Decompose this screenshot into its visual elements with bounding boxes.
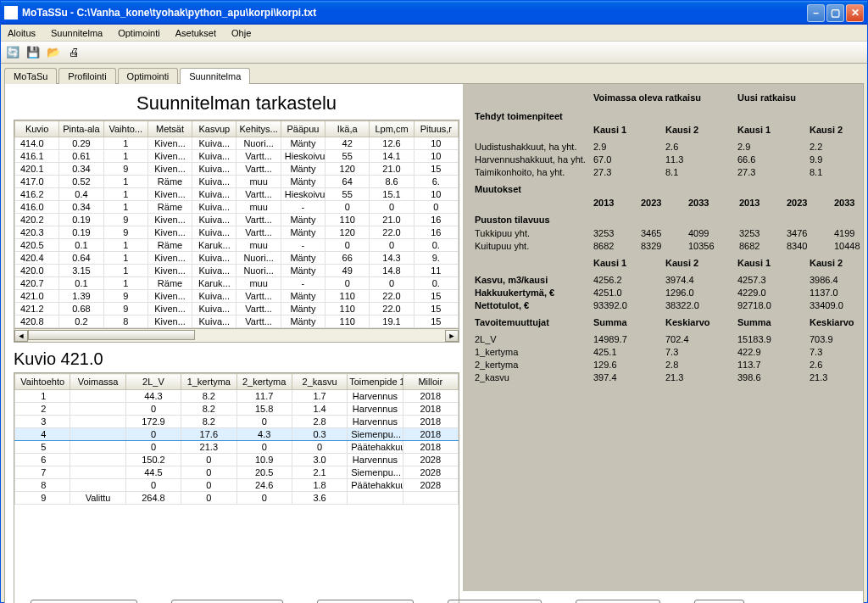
table-row[interactable]: 421.01.399Kiven...Kuiva...Vartt...Mänty1… bbox=[15, 290, 459, 303]
menu-asetukset[interactable]: Asetukset bbox=[172, 26, 220, 40]
toolbar-open-icon[interactable]: 📂 bbox=[45, 44, 62, 61]
col-uusi-title: Uusi ratkaisu bbox=[737, 92, 854, 103]
col-header[interactable]: Lpm,cm bbox=[370, 121, 414, 137]
col-header[interactable]: Metsät bbox=[147, 121, 192, 137]
tab-suunnitelma[interactable]: Suunnitelma bbox=[180, 68, 250, 84]
col-header[interactable]: Toimenpide 1 bbox=[348, 374, 403, 390]
col-header[interactable]: Vaihto... bbox=[103, 121, 147, 137]
maximize-button[interactable]: ▢ bbox=[826, 4, 844, 22]
col-header[interactable]: 1_kertyma bbox=[181, 374, 236, 390]
kuvio-grid[interactable]: KuvioPinta-alaVaihto...MetsätKasvupKehit… bbox=[14, 120, 459, 343]
col-header[interactable]: Kuvio bbox=[15, 121, 59, 137]
table-row[interactable]: 420.80.28Kiven...Kuiva...Vartt...Mänty11… bbox=[15, 315, 459, 328]
table-row[interactable]: 421.20.689Kiven...Kuiva...Vartt...Mänty1… bbox=[15, 303, 459, 315]
col-header[interactable]: 2_kertyma bbox=[236, 374, 292, 390]
col-header[interactable]: Milloir bbox=[403, 374, 458, 390]
table-row[interactable]: 416.20.41Kiven...Kuiva...Vartt...Hieskoi… bbox=[15, 188, 459, 201]
toolbar: 🔄 💾 📂 🖨 bbox=[1, 42, 867, 64]
col-header[interactable]: 2_kasvu bbox=[292, 374, 347, 390]
table-row[interactable]: 6150.2010.93.0Harvennus2028 bbox=[15, 454, 459, 466]
table-row[interactable]: 144.38.211.71.7Harvennus2018 bbox=[15, 390, 459, 403]
table-row[interactable]: 420.20.199Kiven...Kuiva...Vartt...Mänty1… bbox=[15, 214, 459, 226]
close-button[interactable]: ✕ bbox=[846, 4, 864, 22]
app-window: MoTaSSu - C:\Vanha_kone\tyohak\python_ap… bbox=[0, 0, 868, 603]
tab-optimointi[interactable]: Optimointi bbox=[118, 68, 179, 84]
changelog-button[interactable]: Näytä muutosloki bbox=[448, 600, 541, 603]
app-icon bbox=[4, 6, 18, 20]
table-row[interactable]: 416.00.341RämeKuiva...muu-000 bbox=[15, 201, 459, 214]
muutokset-title: Muutokset bbox=[475, 184, 854, 194]
menubar: Aloitus Suunnitelma Optimointi Asetukset… bbox=[1, 25, 867, 42]
minimize-button[interactable]: – bbox=[807, 4, 825, 22]
add-vars-button[interactable]: Lisää muuttujia bbox=[576, 600, 660, 603]
tab-profilointi[interactable]: Profilointi bbox=[58, 68, 115, 84]
menu-optimointi[interactable]: Optimointi bbox=[114, 26, 164, 40]
table-row[interactable]: 420.30.199Kiven...Kuiva...Vartt...Mänty1… bbox=[15, 226, 459, 239]
table-row[interactable]: 417.00.521RämeKuiva...muuMänty648.66. bbox=[15, 176, 459, 188]
table-row[interactable]: 416.10.611Kiven...Kuiva...Vartt...Hiesko… bbox=[15, 150, 459, 163]
menu-suunnitelma[interactable]: Suunnitelma bbox=[47, 26, 106, 40]
table-row[interactable]: 420.70.11RämeKaruk...muu-000. bbox=[15, 277, 459, 290]
table-row[interactable]: 420.40.641Kiven...Kuiva...Nuori...Mänty6… bbox=[15, 252, 459, 265]
tavoite-title: Tavoitemuuttujat bbox=[475, 317, 593, 327]
tab-motasu[interactable]: MoTaSu bbox=[4, 68, 57, 84]
table-row[interactable]: 3172.98.202.8Harvennus2018 bbox=[15, 416, 459, 428]
col-header[interactable]: Voimassa bbox=[70, 374, 125, 390]
puusto-title: Puuston tilavuus bbox=[475, 215, 854, 225]
tabstrip: MoTaSu Profilointi Optimointi Suunnitelm… bbox=[1, 64, 867, 83]
col-header[interactable]: Kasvup bbox=[192, 121, 236, 137]
table-row[interactable]: 9Valittu264.8003.6 bbox=[15, 492, 459, 505]
col-header[interactable]: Vaihtoehto bbox=[15, 374, 70, 390]
col-header[interactable]: Pinta-ala bbox=[59, 121, 103, 137]
menu-aloitus[interactable]: Aloitus bbox=[4, 26, 39, 40]
table-row[interactable]: 5021.300Päätehakkuu2018 bbox=[15, 441, 459, 454]
window-title: MoTaSSu - C:\Vanha_kone\tyohak\python_ap… bbox=[22, 7, 807, 19]
col-header[interactable]: 2L_V bbox=[125, 374, 181, 390]
detail-grid[interactable]: VaihtoehtoVoimassa2L_V1_kertyma2_kertyma… bbox=[14, 372, 459, 603]
table-row[interactable]: 420.10.349Kiven...Kuiva...Vartt...Mänty1… bbox=[15, 163, 459, 176]
page-title: Suunnitelman tarkastelu bbox=[14, 92, 459, 114]
right-panel: Voimassa oleva ratkaisu Uusi ratkaisu Te… bbox=[463, 84, 863, 591]
col-header[interactable]: Ikä,a bbox=[326, 121, 370, 137]
titlebar[interactable]: MoTaSSu - C:\Vanha_kone\tyohak\python_ap… bbox=[1, 1, 867, 25]
scroll-right-icon[interactable]: ► bbox=[445, 330, 459, 342]
col-header[interactable]: Pituus,r bbox=[414, 121, 458, 137]
table-row[interactable]: 80024.61.8Päätehakkuu2028 bbox=[15, 479, 459, 492]
left-panel: Suunnitelman tarkastelu KuvioPinta-alaVa… bbox=[5, 84, 463, 591]
tehdyt-title: Tehdyt toimenpiteet bbox=[475, 111, 854, 121]
col-header[interactable]: Kehitys... bbox=[236, 121, 281, 137]
table-row[interactable]: 4017.64.30.3Siemenpu...2018 bbox=[15, 428, 459, 441]
toolbar-save-icon[interactable]: 💾 bbox=[25, 44, 42, 61]
table-row[interactable]: 414.00.291Kiven...Kuiva...Nuori...Mänty4… bbox=[15, 137, 459, 150]
toolbar-refresh-icon[interactable]: 🔄 bbox=[4, 44, 21, 61]
scroll-left-icon[interactable]: ◄ bbox=[14, 330, 28, 342]
table-row[interactable]: 208.215.81.4Harvennus2018 bbox=[15, 403, 459, 416]
workarea: Suunnitelman tarkastelu KuvioPinta-alaVa… bbox=[4, 83, 864, 603]
col-voimassa-title: Voimassa oleva ratkaisu bbox=[593, 92, 737, 103]
detail-title: Kuvio 421.0 bbox=[14, 349, 459, 369]
toolbar-print-icon[interactable]: 🖨 bbox=[65, 44, 82, 61]
refresh-button[interactable]: Päivitä bbox=[694, 600, 744, 603]
table-row[interactable]: 420.03.151Kiven...Kuiva...Nuori...Mänty4… bbox=[15, 265, 459, 277]
table-row[interactable]: 744.5020.52.1Siemenpu...2028 bbox=[15, 466, 459, 479]
col-header[interactable]: Pääpuu bbox=[281, 121, 325, 137]
menu-ohje[interactable]: Ohje bbox=[228, 26, 254, 40]
hscrollbar-top[interactable]: ◄ ► bbox=[14, 328, 459, 342]
table-row[interactable]: 420.50.11RämeKaruk...muu-000. bbox=[15, 239, 459, 252]
